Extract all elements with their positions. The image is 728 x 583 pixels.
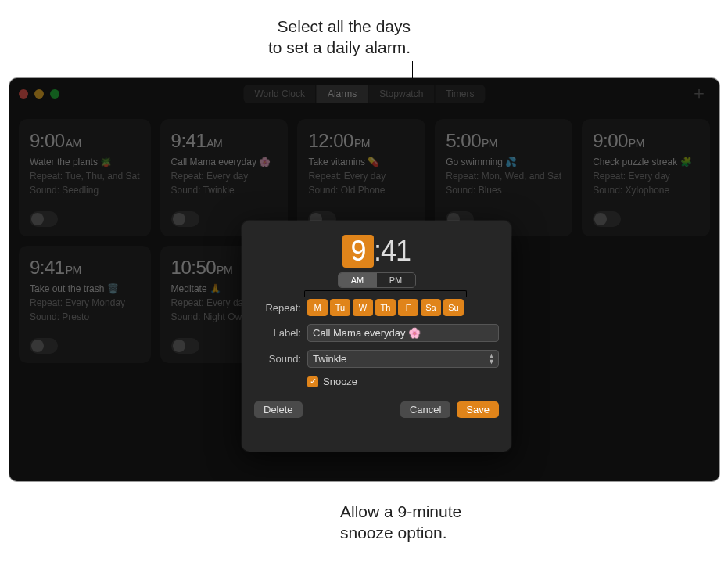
ampm-pm[interactable]: PM [377, 273, 415, 287]
sound-label: Sound: [254, 353, 301, 365]
day-sun[interactable]: Su [443, 299, 464, 316]
repeat-days: M Tu W Th F Sa Su [307, 299, 464, 316]
minute-field[interactable]: 41 [381, 235, 411, 267]
repeat-label: Repeat: [254, 302, 301, 314]
time-picker[interactable]: 9:41 [254, 235, 499, 268]
callout-snooze: Allow a 9-minute snooze option. [340, 501, 497, 544]
label-input[interactable]: Call Mama everyday 🌸 [307, 324, 499, 342]
ampm-am[interactable]: AM [339, 273, 377, 287]
hour-field[interactable]: 9 [342, 235, 374, 268]
clock-app-window: World Clock Alarms Stopwatch Timers ＋ 9:… [9, 78, 719, 481]
day-tue[interactable]: Tu [330, 299, 350, 316]
day-sat[interactable]: Sa [421, 299, 441, 316]
ampm-segmented[interactable]: AM PM [338, 272, 416, 288]
callout-repeat-days: Select all the days to set a daily alarm… [207, 16, 411, 59]
label-label: Label: [254, 327, 301, 339]
cancel-button[interactable]: Cancel [400, 401, 450, 418]
save-button[interactable]: Save [457, 401, 499, 418]
sound-value: Twinkle [313, 353, 346, 365]
delete-button[interactable]: Delete [254, 401, 303, 418]
day-mon[interactable]: M [307, 299, 328, 316]
day-thu[interactable]: Th [375, 299, 396, 316]
chevron-updown-icon: ▲▼ [488, 354, 493, 365]
day-wed[interactable]: W [353, 299, 373, 316]
day-fri[interactable]: F [398, 299, 418, 316]
snooze-label: Snooze [323, 376, 357, 387]
bracket-decoration [304, 290, 467, 297]
edit-alarm-sheet: 9:41 AM PM Repeat: M Tu W Th F Sa Su Lab… [242, 221, 511, 452]
sound-select[interactable]: Twinkle ▲▼ [307, 350, 499, 368]
snooze-checkbox[interactable]: ✓ [307, 376, 318, 387]
